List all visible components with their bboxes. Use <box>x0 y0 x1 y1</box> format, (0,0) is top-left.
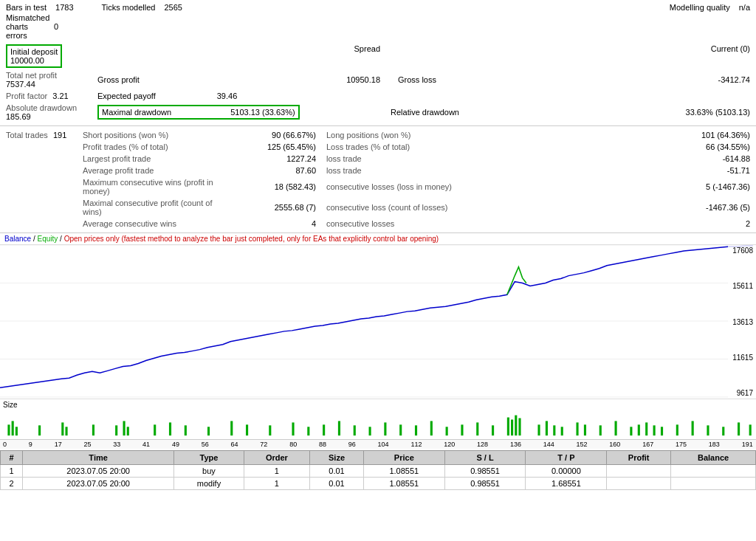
max-consec-losses-value: 5 (-1467.36) <box>706 182 750 191</box>
col-header-sl: S / L <box>444 451 526 465</box>
bars-label: Bars in test <box>6 3 47 12</box>
row1-order: 1 <box>244 465 309 478</box>
svg-rect-25 <box>338 421 340 435</box>
x-label-24: 191 <box>742 441 753 448</box>
x-label-15: 120 <box>444 441 455 448</box>
x-label-20: 160 <box>609 441 620 448</box>
spread-label: Spread <box>354 44 380 53</box>
long-positions-value: 101 (64.36%) <box>701 131 750 139</box>
col-header-hash: # <box>1 451 23 465</box>
gross-profit-value: 10950.18 <box>346 75 380 84</box>
max-consec-loss-label: consecutive loss (count of losses) <box>326 203 447 212</box>
avg-consec-losses-value: 2 <box>746 219 750 228</box>
long-positions-label: Long positions (won %) <box>326 131 410 139</box>
balance-legend: Balance <box>4 235 31 243</box>
svg-rect-36 <box>507 418 509 436</box>
relative-drawdown-value: 33.63% (5103.13) <box>686 108 750 117</box>
svg-rect-51 <box>653 425 656 435</box>
svg-rect-37 <box>511 419 513 435</box>
largest-profit-value: 1227.24 <box>286 154 316 163</box>
loss-trades-value: 66 (34.55%) <box>706 142 750 151</box>
row2-num: 2 <box>1 478 23 490</box>
svg-rect-7 <box>16 427 18 435</box>
svg-rect-19 <box>230 421 233 435</box>
size-section: Size <box>0 399 756 440</box>
modelling-value: n/a <box>739 3 750 12</box>
svg-rect-28 <box>384 422 386 435</box>
max-consec-wins-label: Maximum consecutive wins (profit in mone… <box>83 178 213 196</box>
report-container: Bars in test 1783 Ticks modelled 2565 Mo… <box>0 0 756 490</box>
x-label-11: 88 <box>319 441 326 448</box>
svg-rect-23 <box>307 427 309 435</box>
row2-sl: 0.98551 <box>444 478 526 490</box>
svg-rect-57 <box>738 422 740 435</box>
svg-rect-50 <box>645 422 647 435</box>
y-label-3: 13613 <box>731 318 753 326</box>
col-header-order: Order <box>244 451 309 465</box>
svg-rect-24 <box>323 424 325 435</box>
largest-loss-label: loss trade <box>326 154 362 163</box>
absolute-drawdown-label: Absolute drawdown <box>6 103 90 112</box>
balance-line <box>0 246 753 387</box>
row1-profit <box>607 465 671 478</box>
total-trades-value: 191 <box>53 131 66 139</box>
svg-rect-44 <box>576 422 578 435</box>
col-header-balance: Balance <box>671 451 756 465</box>
initial-deposit-box: Initial deposit 10000.00 <box>6 44 62 68</box>
svg-rect-22 <box>292 422 294 435</box>
mismatched-value: 0 <box>54 22 58 31</box>
svg-rect-17 <box>185 425 187 435</box>
col-header-type: Type <box>174 451 244 465</box>
row2-tp: 1.68551 <box>526 478 607 490</box>
svg-rect-52 <box>661 427 663 435</box>
table-header-row: # Time Type Order Size Price S / L T / P… <box>1 451 756 465</box>
maximal-drawdown-label: Maximal drawdown <box>102 108 171 117</box>
avg-consec-losses-label: consecutive losses <box>326 219 394 228</box>
x-label-5: 41 <box>142 441 150 448</box>
svg-rect-56 <box>722 427 724 435</box>
col-header-size: Size <box>310 451 364 465</box>
current-label: Current (0) <box>711 44 750 53</box>
x-label-3: 25 <box>83 441 91 448</box>
relative-drawdown-label: Relative drawdown <box>391 108 459 117</box>
mismatched-label: Mismatched <box>6 13 49 22</box>
x-label-16: 128 <box>477 441 488 448</box>
avg-consec-wins-label: Average consecutive wins <box>83 219 176 228</box>
profit-trades-value: 125 (65.45%) <box>267 142 316 151</box>
expected-payoff-value: 39.46 <box>217 92 238 100</box>
row1-size: 0.01 <box>310 465 364 478</box>
maximal-drawdown-value: 5103.13 (33.63%) <box>230 108 295 117</box>
x-label-14: 112 <box>410 441 422 448</box>
col-header-time: Time <box>23 451 174 465</box>
gross-profit-label: Gross profit <box>97 75 140 84</box>
profit-trades-label: Profit trades (% of total) <box>83 142 168 151</box>
header-stats: Bars in test 1783 Ticks modelled 2565 Mo… <box>0 0 756 13</box>
expected-payoff-label: Expected payoff <box>97 92 156 100</box>
size-label: Size <box>3 401 17 409</box>
x-label-7: 56 <box>202 441 209 448</box>
initial-deposit-value: 10000.00 <box>10 56 58 65</box>
modelling-label: Modelling quality <box>670 3 730 12</box>
balance-chart <box>0 245 756 399</box>
svg-rect-47 <box>615 421 617 435</box>
size-chart <box>0 399 756 439</box>
svg-rect-38 <box>515 416 517 435</box>
row2-price: 1.08551 <box>363 478 444 490</box>
svg-rect-11 <box>92 424 94 435</box>
bars-value: 1783 <box>55 3 73 12</box>
svg-rect-41 <box>546 421 548 435</box>
max-consec-loss-value: -1467.36 (5) <box>706 203 750 212</box>
x-label-13: 104 <box>378 441 389 448</box>
y-label-2: 15611 <box>731 282 753 290</box>
svg-rect-13 <box>123 421 126 435</box>
x-axis: 0 9 17 25 33 41 49 56 64 72 80 88 96 104… <box>0 440 756 449</box>
svg-rect-39 <box>518 418 520 436</box>
row2-size: 0.01 <box>310 478 364 490</box>
x-label-18: 144 <box>543 441 554 448</box>
open-prices-legend: Open prices only (fastest method to anal… <box>64 235 439 243</box>
svg-rect-20 <box>246 424 248 435</box>
x-label-1: 9 <box>29 441 32 448</box>
largest-profit-label: Largest profit trade <box>83 154 151 163</box>
mismatched-row: Mismatched charts 0 errors <box>0 13 756 43</box>
largest-loss-value: -614.88 <box>723 154 750 163</box>
